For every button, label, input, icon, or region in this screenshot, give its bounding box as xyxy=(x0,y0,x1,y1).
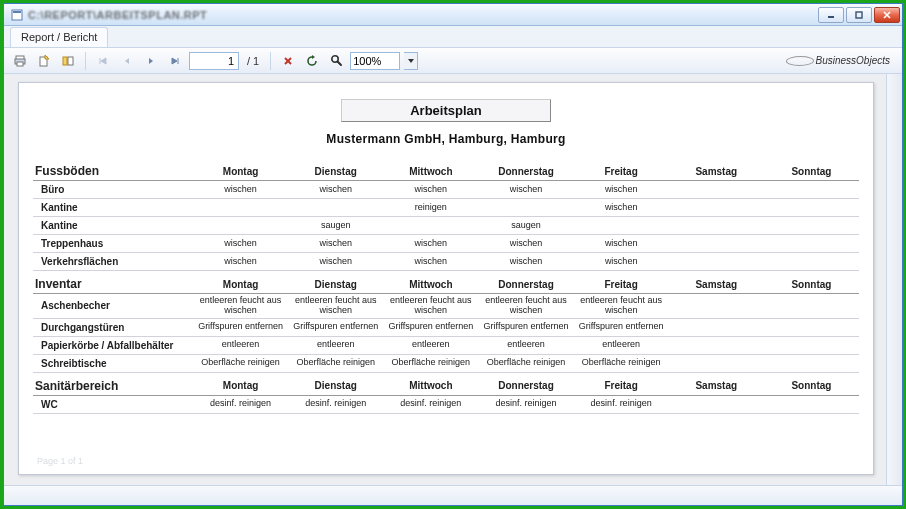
day-header: Mittwoch xyxy=(383,271,478,294)
table-row: Bürowischenwischenwischenwischenwischen xyxy=(33,181,859,199)
vertical-scrollbar[interactable] xyxy=(886,74,902,485)
svg-rect-1 xyxy=(13,11,21,13)
plan-cell xyxy=(669,318,764,336)
table-row: Verkehrsflächenwischenwischenwischenwisc… xyxy=(33,253,859,271)
plan-cell: wischen xyxy=(574,199,669,217)
titlebar[interactable]: C:\REPORT\ARBEITSPLAN.RPT xyxy=(4,4,902,26)
row-label: Aschenbecher xyxy=(33,294,193,319)
plan-cell: wischen xyxy=(288,253,383,271)
window-controls xyxy=(818,7,900,23)
export-button[interactable] xyxy=(34,51,54,71)
plan-cell: Oberfläche reinigen xyxy=(383,354,478,372)
plan-cell: desinf. reinigen xyxy=(478,395,573,413)
plan-cell: wischen xyxy=(288,235,383,253)
prev-page-button[interactable] xyxy=(117,51,137,71)
zoom-dropdown-button[interactable] xyxy=(404,52,418,70)
day-header: Sonntag xyxy=(764,372,859,395)
plan-cell: wischen xyxy=(193,181,288,199)
toolbar: / 1 BusinessObjects xyxy=(4,48,902,74)
day-header: Donnerstag xyxy=(478,158,573,181)
table-row: Kantinesaugensaugen xyxy=(33,217,859,235)
company-line: Mustermann GmbH, Hamburg, Hamburg xyxy=(33,132,859,146)
plan-cell: wischen xyxy=(478,235,573,253)
row-label: Kantine xyxy=(33,199,193,217)
plan-cell: saugen xyxy=(478,217,573,235)
plan-cell xyxy=(669,395,764,413)
plan-cell xyxy=(383,217,478,235)
table-row: Kantinereinigenwischen xyxy=(33,199,859,217)
toggle-tree-button[interactable] xyxy=(58,51,78,71)
plan-cell: wischen xyxy=(193,235,288,253)
day-header: Dienstag xyxy=(288,271,383,294)
tab-report[interactable]: Report / Bericht xyxy=(10,27,108,47)
plan-cell xyxy=(764,235,859,253)
svg-line-16 xyxy=(337,62,340,65)
svg-point-14 xyxy=(332,56,338,62)
print-button[interactable] xyxy=(10,51,30,71)
plan-cell xyxy=(574,217,669,235)
minimize-button[interactable] xyxy=(818,7,844,23)
last-page-button[interactable] xyxy=(165,51,185,71)
day-header: Donnerstag xyxy=(478,271,573,294)
svg-rect-8 xyxy=(17,62,23,66)
plan-cell xyxy=(669,199,764,217)
refresh-button[interactable] xyxy=(302,51,322,71)
row-label: Durchgangstüren xyxy=(33,318,193,336)
plan-cell xyxy=(669,235,764,253)
day-header: Montag xyxy=(193,271,288,294)
plan-cell xyxy=(764,395,859,413)
row-label: Schreibtische xyxy=(33,354,193,372)
report-title: Arbeitsplan xyxy=(341,99,551,122)
day-header: Montag xyxy=(193,158,288,181)
page-footer-note: Page 1 of 1 xyxy=(37,456,83,466)
plan-cell: entleeren xyxy=(193,336,288,354)
row-label: Papierkörbe / Abfallbehälter xyxy=(33,336,193,354)
day-header: Freitag xyxy=(574,271,669,294)
svg-rect-3 xyxy=(856,12,862,18)
zoom-input[interactable] xyxy=(350,52,400,70)
plan-cell: Griffspuren entfernen xyxy=(478,318,573,336)
table-row: Aschenbecherentleeren feucht aus wischen… xyxy=(33,294,859,319)
plan-cell xyxy=(764,294,859,319)
page-number-input[interactable] xyxy=(189,52,239,70)
plan-cell: wischen xyxy=(574,181,669,199)
day-header: Freitag xyxy=(574,372,669,395)
day-header: Dienstag xyxy=(288,158,383,181)
page-total-label: / 1 xyxy=(243,55,263,67)
plan-cell: entleeren feucht aus wischen xyxy=(478,294,573,319)
app-window: C:\REPORT\ARBEITSPLAN.RPT Report / Beric… xyxy=(3,3,903,506)
plan-cell xyxy=(669,181,764,199)
day-header: Mittwoch xyxy=(383,372,478,395)
first-page-button[interactable] xyxy=(93,51,113,71)
section-title: Fussböden xyxy=(33,158,193,181)
stop-button[interactable] xyxy=(278,51,298,71)
plan-cell xyxy=(764,199,859,217)
plan-cell xyxy=(764,217,859,235)
plan-cell: Griffspuren entfernen xyxy=(574,318,669,336)
brand-oval-icon xyxy=(785,56,814,66)
day-header: Samstag xyxy=(669,271,764,294)
app-icon xyxy=(10,8,24,22)
day-header: Montag xyxy=(193,372,288,395)
section-title: Sanitärbereich xyxy=(33,372,193,395)
close-button[interactable] xyxy=(874,7,900,23)
next-page-button[interactable] xyxy=(141,51,161,71)
plan-cell: wischen xyxy=(383,181,478,199)
plan-cell xyxy=(478,199,573,217)
plan-cell: wischen xyxy=(574,253,669,271)
plan-cell xyxy=(764,253,859,271)
plan-cell xyxy=(669,253,764,271)
report-page: Arbeitsplan Mustermann GmbH, Hamburg, Ha… xyxy=(18,82,874,475)
plan-cell: wischen xyxy=(288,181,383,199)
brand-text: BusinessObjects xyxy=(816,55,890,66)
row-label: Treppenhaus xyxy=(33,235,193,253)
find-button[interactable] xyxy=(326,51,346,71)
plan-cell xyxy=(669,336,764,354)
plan-cell: entleeren feucht aus wischen xyxy=(193,294,288,319)
maximize-button[interactable] xyxy=(846,7,872,23)
plan-cell: desinf. reinigen xyxy=(193,395,288,413)
plan-cell: wischen xyxy=(193,253,288,271)
plan-cell: Griffspuren entfernen xyxy=(288,318,383,336)
plan-cell xyxy=(193,199,288,217)
day-header: Sonntag xyxy=(764,158,859,181)
